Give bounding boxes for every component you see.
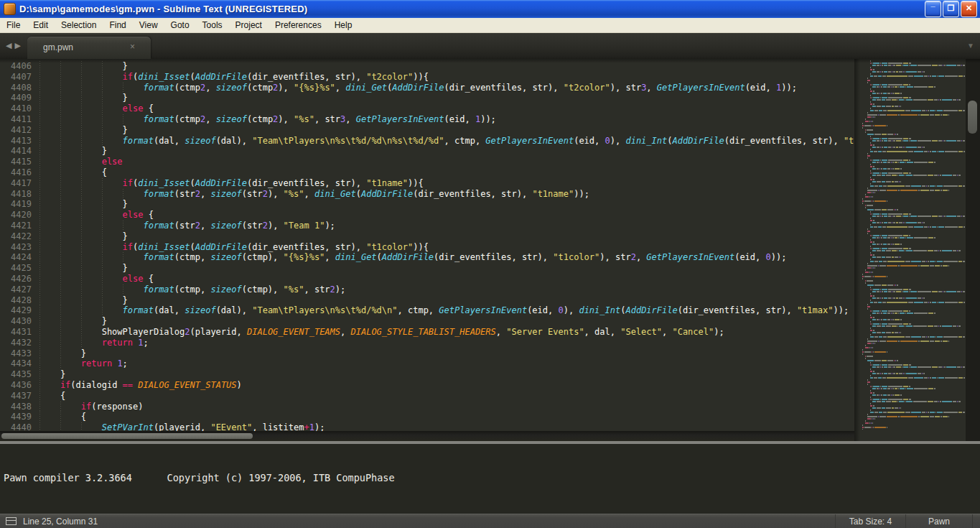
minimize-icon: _ <box>925 0 941 10</box>
code-line: 4429format(dal, sizeof(dal), "Team\tPlay… <box>0 305 854 316</box>
code-line: 4438if(response) <box>0 402 854 412</box>
horizontal-scrollbar[interactable] <box>0 431 854 441</box>
editor: 4406}4407if(dini_Isset(AddDirFile(dir_ev… <box>0 59 980 441</box>
menu-help[interactable]: Help <box>328 19 359 32</box>
sublime-app-icon <box>4 3 16 15</box>
tab-close-icon[interactable]: × <box>130 42 135 52</box>
code-line: 4436if(dialogid == DIALOG_EVENT_STATUS) <box>0 380 854 391</box>
restore-button[interactable]: ❐ <box>943 1 959 17</box>
menu-view[interactable]: View <box>133 19 164 32</box>
code-line: 4407if(dini_Isset(AddDirFile(dir_eventfi… <box>0 72 854 83</box>
code-line: 4435} <box>0 369 854 380</box>
code-line: 4408format(ctmp2, sizeof(ctmp2), "{%s}%s… <box>0 83 854 93</box>
code-line: 4419} <box>0 199 854 210</box>
restore-icon: ❐ <box>948 4 955 12</box>
vertical-scrollbar[interactable] <box>966 59 980 441</box>
code-line: 4409} <box>0 93 854 103</box>
horizontal-scrollbar-thumb[interactable] <box>1 433 253 439</box>
code-line: 4420else { <box>0 210 854 221</box>
code-line: 4427format(ctmp, sizeof(ctmp), "%s", str… <box>0 284 854 295</box>
code-area[interactable]: 4406}4407if(dini_Isset(AddDirFile(dir_ev… <box>0 59 854 441</box>
menu-tools[interactable]: Tools <box>196 19 229 32</box>
code-line: 4411format(ctmp2, sizeof(ctmp2), "%s", s… <box>0 114 854 125</box>
menu-find[interactable]: Find <box>103 19 132 32</box>
tab-gm-pwn[interactable]: gm.pwn × <box>27 37 151 59</box>
tab-bar: ◀▶ gm.pwn × ▼ <box>0 33 980 59</box>
code-line: 4412} <box>0 125 854 136</box>
code-line: 4417if(dini_Isset(AddDirFile(dir_eventfi… <box>0 178 854 189</box>
code-line: 4437{ <box>0 391 854 402</box>
code-line: 4430} <box>0 316 854 327</box>
window-title: D:\samp\gamemodes\gm.pwn - Sublime Text … <box>19 4 307 14</box>
code-line: 4422} <box>0 231 854 242</box>
build-output-panel: Pawn compiler 3.2.3664 Copyright (c) 199… <box>0 441 980 514</box>
tab-label: gm.pwn <box>43 42 73 52</box>
syntax-indicator[interactable]: Pawn <box>905 514 972 528</box>
vertical-scrollbar-thumb[interactable] <box>968 101 977 134</box>
code-line: 4433} <box>0 348 854 359</box>
menu-edit[interactable]: Edit <box>27 19 55 32</box>
panel-toggle-icon[interactable] <box>6 517 17 525</box>
minimap-shadow <box>854 59 860 441</box>
code-line: 4439{ <box>0 412 854 422</box>
minimize-button[interactable]: _ <box>925 1 941 17</box>
code-line: 4425} <box>0 263 854 274</box>
tab-forward-icon[interactable]: ▶ <box>14 41 23 50</box>
code-line: 4406} <box>0 61 854 72</box>
code-line: 4424format(ctmp, sizeof(ctmp), "{%s}%s",… <box>0 252 854 263</box>
tab-back-icon[interactable]: ◀ <box>6 41 14 50</box>
code-line: 4426else { <box>0 274 854 284</box>
code-line: 4416{ <box>0 167 854 178</box>
code-line: 4413format(dal, sizeof(dal), "Team\tPlay… <box>0 136 854 147</box>
code-line: 4423if(dini_Isset(AddDirFile(dir_eventfi… <box>0 242 854 253</box>
code-lines: 4406}4407if(dini_Isset(AddDirFile(dir_ev… <box>0 61 854 433</box>
menu-project[interactable]: Project <box>229 19 269 32</box>
compiler-banner: Pawn compiler 3.2.3664 Copyright (c) 199… <box>4 472 976 483</box>
status-bar: Line 25, Column 31 Tab Size: 4 Pawn <box>0 514 980 528</box>
code-line: 4410else { <box>0 103 854 114</box>
code-line: 4434return 1; <box>0 358 854 369</box>
close-button[interactable]: ✕ <box>961 1 977 17</box>
close-icon: ✕ <box>966 4 972 12</box>
menu-selection[interactable]: Selection <box>55 19 103 32</box>
code-line: 4415else <box>0 157 854 167</box>
menu-goto[interactable]: Goto <box>164 19 196 32</box>
title-bar[interactable]: D:\samp\gamemodes\gm.pwn - Sublime Text … <box>0 0 980 18</box>
menu-bar: File Edit Selection Find View Goto Tools… <box>0 18 980 33</box>
menu-file[interactable]: File <box>0 19 27 32</box>
cursor-position: Line 25, Column 31 <box>23 517 98 527</box>
tab-list-icon[interactable]: ▼ <box>967 42 974 50</box>
minimap[interactable] <box>860 60 966 430</box>
sublime-window: { "window": { "title": "D:\\samp\\gamemo… <box>0 0 980 528</box>
menu-preferences[interactable]: Preferences <box>269 19 328 32</box>
code-line: 4431ShowPlayerDialog2(playerid, DIALOG_E… <box>0 327 854 338</box>
code-line: 4414} <box>0 146 854 157</box>
tab-size-indicator[interactable]: Tab Size: 4 <box>835 514 905 528</box>
code-line: 4421format(str2, sizeof(str2), "Team 1")… <box>0 221 854 231</box>
code-line: 4428} <box>0 295 854 306</box>
code-line: 4418format(str2, sizeof(str2), "%s", din… <box>0 189 854 200</box>
code-line: 4432return 1; <box>0 338 854 348</box>
